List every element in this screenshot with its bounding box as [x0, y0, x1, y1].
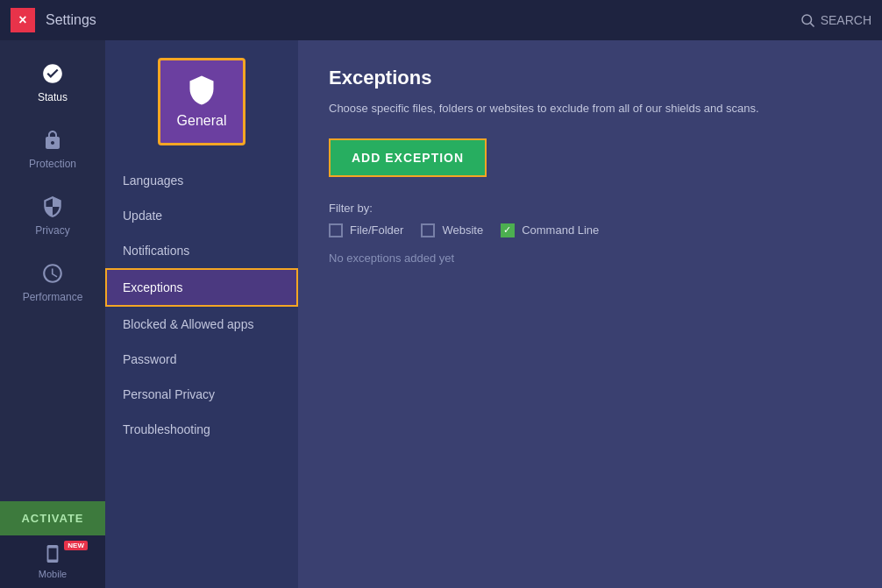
- website-checkbox[interactable]: [421, 223, 435, 237]
- filter-section: Filter by: File/Folder Website Command L…: [329, 202, 851, 237]
- search-icon: [800, 12, 815, 28]
- content-area: Exceptions Choose specific files, folder…: [298, 40, 882, 588]
- svg-point-0: [802, 15, 812, 25]
- search-label: SEARCH: [821, 13, 871, 27]
- title-bar: × Settings SEARCH: [0, 0, 882, 40]
- command-line-label: Command Line: [522, 223, 599, 237]
- general-shield-icon: [186, 74, 217, 106]
- main-layout: Status Protection Privacy Performance AC…: [0, 40, 882, 588]
- sidebar-item-performance-label: Performance: [23, 291, 83, 303]
- window-title: Settings: [46, 12, 96, 28]
- add-exception-button[interactable]: ADD EXCEPTION: [329, 138, 487, 177]
- filter-command-line[interactable]: Command Line: [501, 223, 599, 237]
- new-badge: NEW: [64, 541, 88, 550]
- filter-label: Filter by:: [329, 202, 851, 215]
- file-folder-checkbox[interactable]: [329, 223, 343, 237]
- nav-languages[interactable]: Languages: [105, 163, 298, 198]
- nav-update[interactable]: Update: [105, 198, 298, 233]
- sidebar-item-privacy-label: Privacy: [35, 224, 69, 237]
- status-icon: [40, 61, 65, 86]
- privacy-icon: [40, 195, 65, 219]
- svg-line-1: [810, 23, 814, 26]
- website-label: Website: [442, 223, 483, 237]
- sidebar-item-protection[interactable]: Protection: [0, 116, 105, 182]
- sidebar-item-status[interactable]: Status: [0, 49, 105, 116]
- nav-blocked-allowed[interactable]: Blocked & Allowed apps: [105, 307, 298, 342]
- nav-troubleshooting[interactable]: Troubleshooting: [105, 412, 298, 447]
- sidebar-item-status-label: Status: [38, 91, 68, 103]
- command-line-checkbox[interactable]: [501, 223, 515, 237]
- nav-personal-privacy[interactable]: Personal Privacy: [105, 377, 298, 412]
- general-label: General: [177, 113, 227, 129]
- page-description: Choose specific files, folders or websit…: [329, 100, 851, 117]
- protection-icon: [40, 128, 65, 152]
- file-folder-label: File/Folder: [350, 223, 403, 237]
- mobile-label: Mobile: [39, 569, 67, 579]
- filter-options: File/Folder Website Command Line: [329, 223, 851, 237]
- sidebar-item-performance[interactable]: Performance: [0, 249, 105, 315]
- close-button[interactable]: ×: [11, 8, 35, 32]
- general-section[interactable]: General: [158, 58, 245, 145]
- filter-file-folder[interactable]: File/Folder: [329, 223, 403, 237]
- page-title: Exceptions: [329, 67, 851, 89]
- no-exceptions-text: No exceptions added yet: [329, 251, 851, 265]
- nav-notifications[interactable]: Notifications: [105, 233, 298, 268]
- search-area[interactable]: SEARCH: [800, 12, 871, 28]
- sidebar-item-privacy[interactable]: Privacy: [0, 182, 105, 249]
- nav-password[interactable]: Password: [105, 342, 298, 377]
- sidebar-item-mobile[interactable]: NEW Mobile: [0, 535, 105, 588]
- sidebar-item-protection-label: Protection: [29, 158, 76, 170]
- activate-button[interactable]: ACTIVATE: [0, 501, 105, 535]
- icon-sidebar: Status Protection Privacy Performance AC…: [0, 40, 105, 588]
- filter-website[interactable]: Website: [421, 223, 483, 237]
- mobile-icon: [43, 544, 62, 565]
- nav-sidebar: General Languages Update Notifications E…: [105, 40, 298, 588]
- performance-icon: [40, 261, 65, 286]
- nav-exceptions[interactable]: Exceptions: [105, 268, 298, 307]
